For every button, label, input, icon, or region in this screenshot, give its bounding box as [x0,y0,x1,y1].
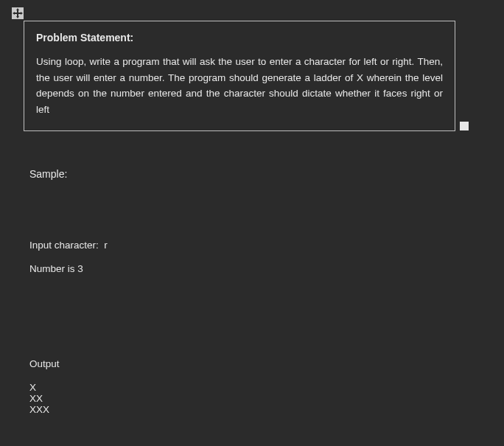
sample-title: Sample: [29,168,495,181]
ex1-number: Number is 3 [29,264,495,275]
page-root: Problem Statement: Using loop, write a p… [0,0,504,446]
example-1-output: Output X XX XXX [29,346,495,440]
move-icon[interactable] [12,7,24,19]
ex1-ladder: X XX XXX [29,383,495,416]
ex1-input-char: Input character: r [29,240,495,251]
sample-section: Sample: Input character: r Number is 3 O… [29,143,495,446]
problem-title: Problem Statement: [36,32,443,43]
problem-text: Using loop, write a program that will as… [36,54,443,117]
example-1: Input character: r Number is 3 [29,228,495,299]
ex1-output-label: Output [29,359,495,370]
problem-statement-box: Problem Statement: Using loop, write a p… [24,21,455,131]
resize-handle[interactable] [460,122,469,130]
